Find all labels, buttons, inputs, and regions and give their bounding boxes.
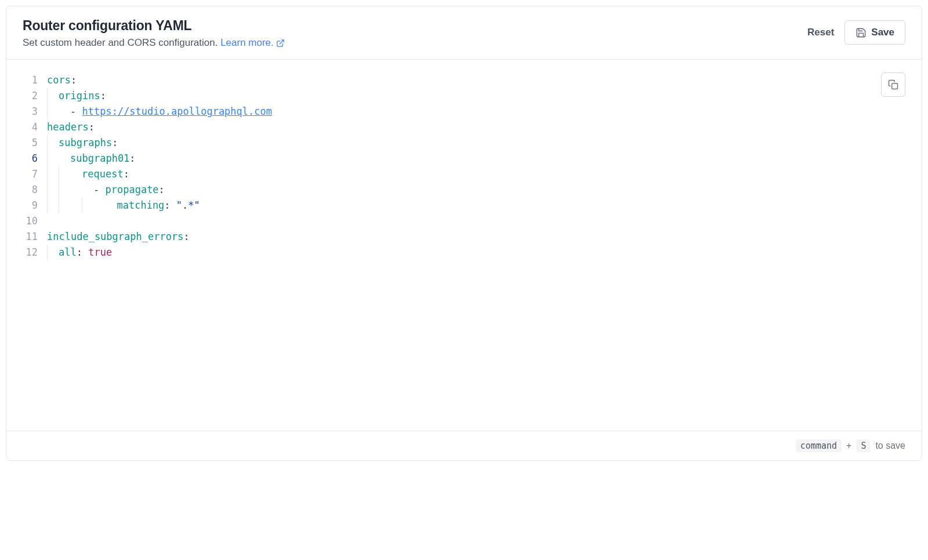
editor-area[interactable]: 1cors:2origins:3- https://studio.apollog… bbox=[6, 60, 922, 431]
line-number: 4 bbox=[23, 119, 47, 135]
line-number: 1 bbox=[23, 72, 47, 88]
svg-line-0 bbox=[280, 39, 284, 43]
code-line[interactable]: 11include_subgraph_errors: bbox=[23, 229, 905, 245]
copy-button[interactable] bbox=[881, 72, 905, 97]
learn-more-label: Learn more. bbox=[220, 37, 274, 49]
save-icon bbox=[855, 27, 867, 38]
indent-guides bbox=[47, 135, 59, 151]
reset-button[interactable]: Reset bbox=[807, 27, 834, 38]
code-line[interactable]: 3- https://studio.apollographql.com bbox=[23, 104, 905, 119]
code-editor[interactable]: 1cors:2origins:3- https://studio.apollog… bbox=[23, 72, 905, 260]
code-line[interactable]: 10 bbox=[23, 213, 905, 229]
line-number: 5 bbox=[23, 135, 47, 151]
shortcut-suffix: to save bbox=[875, 441, 905, 451]
code-content[interactable]: subgraphs: bbox=[59, 135, 118, 151]
line-number: 8 bbox=[23, 182, 47, 198]
code-line[interactable]: 12all: true bbox=[23, 245, 905, 260]
code-content[interactable]: cors: bbox=[47, 72, 77, 88]
code-line[interactable]: 8- propagate: bbox=[23, 182, 905, 198]
shortcut-plus: + bbox=[846, 441, 851, 451]
line-number: 2 bbox=[23, 88, 47, 104]
indent-guides bbox=[47, 151, 70, 166]
line-number: 10 bbox=[23, 213, 47, 229]
code-content[interactable]: request: bbox=[82, 166, 129, 182]
code-content[interactable]: origins: bbox=[59, 88, 106, 104]
code-line[interactable]: 5subgraphs: bbox=[23, 135, 905, 151]
code-line[interactable]: 1cors: bbox=[23, 72, 905, 88]
line-number: 7 bbox=[23, 166, 47, 182]
code-content[interactable]: headers: bbox=[47, 119, 95, 135]
subtitle-text: Set custom header and CORS configuration… bbox=[23, 37, 217, 48]
code-line[interactable]: 2origins: bbox=[23, 88, 905, 104]
header-actions: Reset Save bbox=[807, 18, 905, 45]
code-line[interactable]: 7request: bbox=[23, 166, 905, 182]
indent-guides bbox=[47, 104, 70, 119]
external-link-icon bbox=[276, 39, 285, 48]
learn-more-link[interactable]: Learn more. bbox=[220, 37, 285, 49]
config-panel: Router configuration YAML Set custom hea… bbox=[6, 6, 922, 461]
line-number: 9 bbox=[23, 198, 47, 213]
code-content[interactable]: subgraph01: bbox=[70, 151, 136, 166]
indent-guides bbox=[47, 198, 105, 213]
line-number: 3 bbox=[23, 104, 47, 119]
line-number: 11 bbox=[23, 229, 47, 245]
code-line[interactable]: 6subgraph01: bbox=[23, 151, 905, 166]
indent-guides bbox=[47, 166, 82, 182]
code-line[interactable]: 4headers: bbox=[23, 119, 905, 135]
line-number: 6 bbox=[23, 151, 47, 166]
svg-rect-1 bbox=[892, 83, 898, 89]
code-content[interactable]: include_subgraph_errors: bbox=[47, 229, 190, 245]
code-content[interactable]: - https://studio.apollographql.com bbox=[70, 104, 272, 119]
panel-footer: command + S to save bbox=[6, 431, 922, 460]
shortcut-key-command: command bbox=[796, 439, 842, 452]
code-content[interactable]: all: true bbox=[59, 245, 112, 260]
indent-guides bbox=[47, 245, 59, 260]
code-content[interactable]: matching: ".*" bbox=[105, 198, 200, 213]
line-number: 12 bbox=[23, 245, 47, 260]
indent-guides bbox=[47, 182, 93, 198]
code-content[interactable]: - propagate: bbox=[93, 182, 165, 198]
save-button[interactable]: Save bbox=[844, 20, 905, 45]
save-label: Save bbox=[871, 27, 894, 38]
indent-guides bbox=[47, 88, 59, 104]
panel-header: Router configuration YAML Set custom hea… bbox=[6, 6, 922, 60]
code-line[interactable]: 9 matching: ".*" bbox=[23, 198, 905, 213]
copy-icon bbox=[888, 79, 898, 90]
panel-title: Router configuration YAML bbox=[23, 18, 285, 34]
header-text-block: Router configuration YAML Set custom hea… bbox=[23, 18, 285, 49]
shortcut-key-s: S bbox=[856, 439, 871, 452]
panel-subtitle: Set custom header and CORS configuration… bbox=[23, 37, 285, 49]
